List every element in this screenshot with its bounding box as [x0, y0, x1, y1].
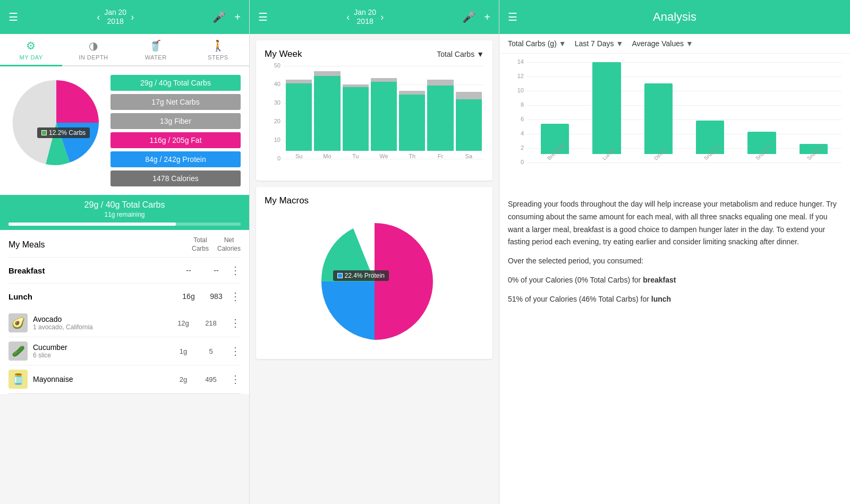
protein-percent: 22.4% Protein: [345, 272, 385, 279]
left-mic-icon[interactable]: 🎤: [212, 11, 226, 23]
macro-pie-chart: 12.2% Carbs: [8, 75, 104, 170]
cucumber-thumb: 🥒: [8, 341, 28, 361]
cucumber-dots[interactable]: ⋮: [230, 345, 241, 357]
avocado-thumb: 🥑: [8, 313, 28, 332]
middle-prev-arrow[interactable]: ‹: [346, 12, 350, 23]
analysis-bar-dinner: Dinner: [635, 62, 682, 163]
macros-chart-card: My Macros 22.4% Protein: [256, 187, 492, 359]
period-filter[interactable]: Last 7 Days ▼: [575, 39, 624, 48]
left-add-icon[interactable]: +: [234, 11, 241, 23]
tab-steps[interactable]: 🚶 STEPS: [187, 34, 249, 66]
pie-stats-section: 12.2% Carbs 29g / 40g Total Carbs 17g Ne…: [0, 66, 249, 195]
progress-section: 29g / 40g Total Carbs 11g remaining: [0, 195, 249, 230]
avocado-desc: 1 avocado, California: [33, 323, 168, 331]
avocado-item[interactable]: 🥑 Avocado 1 avocado, California 12g 218 …: [8, 309, 241, 337]
view-filter[interactable]: Average Values ▼: [632, 39, 693, 48]
fat-bar: 116g / 205g Fat: [110, 132, 241, 148]
avocado-vals: 12g 218: [174, 319, 220, 327]
left-date-nav: ‹ Jan 20 2018 ›: [97, 8, 134, 26]
cucumber-name: Cucumber: [33, 343, 168, 352]
analysis-text-4: 51% of your Calories (46% Total Carbs) f…: [508, 293, 842, 306]
cucumber-desc: 6 slice: [33, 352, 168, 359]
tab-my-day[interactable]: ⚙ MY DAY: [0, 34, 62, 66]
middle-add-icon[interactable]: +: [484, 11, 490, 23]
protein-bar: 84g / 242g Protein: [110, 151, 241, 167]
analysis-text-3: 0% of your Calories (0% Total Carbs) for…: [508, 274, 842, 287]
meals-section: My Meals Total Carbs Net Calories Breakf…: [0, 230, 249, 394]
period-arrow: ▼: [616, 39, 624, 48]
avocado-calories: 218: [201, 319, 220, 327]
breakfast-dots[interactable]: ⋮: [230, 264, 241, 277]
fiber-bar: 13g Fiber: [110, 113, 241, 129]
middle-panel: ☰ ‹ Jan 20 2018 › 🎤 + My Week Total Carb…: [250, 0, 499, 504]
left-next-arrow[interactable]: ›: [131, 12, 134, 23]
week-chart-title: My Week: [265, 49, 302, 59]
middle-date: Jan 20 2018: [354, 8, 376, 26]
lunch-dots[interactable]: ⋮: [230, 290, 241, 303]
left-tabs: ⚙ MY DAY ◑ IN DEPTH 🥤 WATER 🚶 STEPS: [0, 34, 249, 66]
middle-content: My Week Total Carbs ▼ 50 40 30 20 10 0 S…: [250, 34, 499, 504]
my-day-icon: ⚙: [26, 39, 36, 52]
analysis-title: Analysis: [653, 10, 696, 24]
lunch-calories: 983: [207, 292, 226, 301]
mayo-name: Mayonnaise: [33, 375, 168, 383]
analysis-bar-lunch: Lunch: [583, 62, 630, 163]
tab-water[interactable]: 🥤 WATER: [125, 34, 187, 66]
cucumber-vals: 1g 5: [174, 347, 220, 355]
tab-in-depth[interactable]: ◑ IN DEPTH: [62, 34, 124, 66]
week-dropdown[interactable]: Total Carbs ▼: [437, 50, 484, 58]
right-panel: ☰ Analysis Total Carbs (g) ▼ Last 7 Days…: [499, 0, 850, 504]
left-prev-arrow[interactable]: ‹: [97, 12, 100, 23]
nutrient-arrow: ▼: [559, 39, 566, 48]
col-total-carbs: Total Carbs: [192, 236, 209, 253]
carbs-pie-label: 12.2% Carbs: [37, 127, 90, 138]
view-arrow: ▼: [686, 39, 693, 48]
cucumber-carbs: 1g: [174, 347, 193, 355]
stat-bars: 29g / 40g Total Carbs 17g Net Carbs 13g …: [110, 75, 241, 186]
week-bar-su: Su: [286, 66, 312, 159]
cucumber-item[interactable]: 🥒 Cucumber 6 slice 1g 5 ⋮: [8, 337, 241, 365]
middle-next-arrow[interactable]: ›: [380, 12, 384, 23]
week-bars: SuMoTuWeThFrSa: [284, 66, 484, 159]
analysis-header: ☰ Analysis: [499, 0, 850, 34]
analysis-text-2: Over the selected period, you consumed:: [508, 255, 842, 268]
breakfast-row[interactable]: Breakfast -- -- ⋮: [8, 258, 241, 283]
analysis-bar-snack-2: Snack 2: [738, 62, 785, 163]
week-bar-label-mo: Mo: [323, 153, 331, 159]
protein-pie-label: 22.4% Protein: [333, 270, 389, 281]
left-panel: ☰ ‹ Jan 20 2018 › 🎤 + ⚙ MY DAY ◑ IN DEPT…: [0, 0, 250, 504]
middle-date-year: 2018: [354, 17, 376, 26]
carbs-percent: 12.2% Carbs: [49, 129, 86, 136]
view-label: Average Values: [632, 39, 684, 48]
left-date-year: 2018: [104, 17, 126, 26]
in-depth-label: IN DEPTH: [79, 54, 108, 61]
analysis-bar-snack-1: Snack 1: [686, 62, 734, 163]
middle-mic-icon[interactable]: 🎤: [462, 11, 475, 23]
col-net-calories: Net Calories: [217, 236, 241, 253]
mayo-dots[interactable]: ⋮: [230, 373, 241, 386]
analysis-bars: BreakfastLunchDinnerSnack 1Snack 2Snack …: [527, 62, 842, 163]
breakfast-group: Breakfast -- -- ⋮: [8, 258, 241, 284]
steps-label: STEPS: [208, 54, 228, 61]
week-bar-chart: 50 40 30 20 10 0 SuMoTuWeThFrSa: [265, 66, 484, 172]
week-bar-tu: Tu: [343, 66, 369, 159]
lunch-row[interactable]: Lunch 16g 983 ⋮: [8, 284, 241, 309]
calories-bar: 1478 Calories: [110, 170, 241, 186]
left-header-icons: 🎤 +: [212, 11, 241, 23]
middle-menu-icon[interactable]: ☰: [258, 11, 268, 23]
middle-header: ☰ ‹ Jan 20 2018 › 🎤 +: [250, 0, 499, 34]
week-dropdown-arrow: ▼: [477, 50, 484, 58]
avocado-dots[interactable]: ⋮: [230, 317, 241, 329]
left-menu-icon[interactable]: ☰: [8, 11, 18, 23]
left-content: 12.2% Carbs 29g / 40g Total Carbs 17g Ne…: [0, 66, 249, 504]
mayo-item[interactable]: 🫙 Mayonnaise 2g 495 ⋮: [8, 365, 241, 394]
macros-title: My Macros: [265, 195, 309, 206]
left-date-month: Jan 20: [104, 8, 126, 17]
nutrient-label: Total Carbs (g): [508, 39, 557, 48]
my-day-label: MY DAY: [20, 54, 43, 61]
progress-bar-outer: [8, 223, 241, 226]
week-bar-sa: Sa: [456, 66, 482, 159]
analysis-menu-icon[interactable]: ☰: [508, 11, 517, 23]
nutrient-filter[interactable]: Total Carbs (g) ▼: [508, 39, 566, 48]
week-bar-label-sa: Sa: [465, 153, 472, 159]
